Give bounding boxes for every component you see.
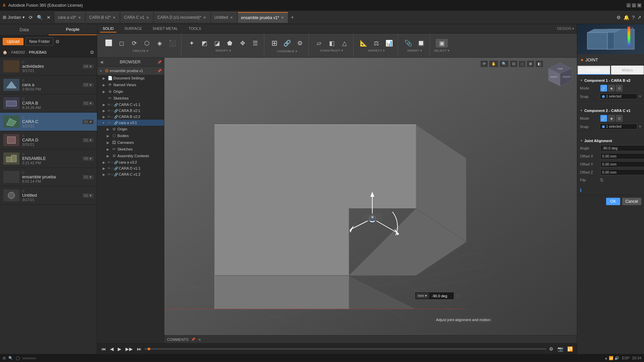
component1-snap-value[interactable]: 1 selected bbox=[600, 94, 637, 99]
minimize-button[interactable]: – bbox=[627, 3, 631, 7]
shell-button[interactable]: ⬟ bbox=[224, 39, 236, 48]
tab-surface[interactable]: SURFACE bbox=[122, 25, 145, 33]
fillet-button[interactable]: ◩ bbox=[198, 39, 210, 48]
file-version-ensamble-prueba[interactable]: V1 ▼ bbox=[83, 175, 94, 179]
browser-item-bodies[interactable]: ▶ ⬡ Bodies bbox=[97, 132, 164, 139]
anim-next-button[interactable]: ▶▶ bbox=[124, 346, 134, 352]
tab-close-cara-a-v3[interactable]: ✕ bbox=[77, 16, 82, 19]
tab-sheet-metal[interactable]: SHEET METAL bbox=[150, 25, 180, 33]
angle-input[interactable] bbox=[430, 293, 453, 299]
browser-item-cara-a-v3-1[interactable]: ▾ 👁 □ 🔗 cara a v3:1 bbox=[97, 120, 164, 126]
perspective-button[interactable]: ◧ bbox=[535, 60, 543, 67]
loft-button[interactable]: ◈ bbox=[154, 39, 166, 48]
browser-item-cara-d-v1-1[interactable]: ▶ 👁 □ 🔗 CARA D v1:1 bbox=[97, 165, 164, 171]
as-built-joint-button[interactable]: 🔗 bbox=[281, 39, 293, 48]
file-version-cara-c[interactable]: V1 ▼ bbox=[83, 120, 94, 124]
section-button[interactable]: 📊 bbox=[383, 39, 395, 48]
file-version-untitled[interactable]: V1 ▼ bbox=[83, 193, 94, 198]
display-mode-button[interactable]: □ bbox=[519, 61, 526, 67]
tab-data[interactable]: Data bbox=[0, 24, 49, 35]
tab-cara-d[interactable]: CARA D (v1-recovered)* ✕ bbox=[154, 12, 210, 23]
offset-plane-button[interactable]: ▱ bbox=[313, 39, 325, 48]
file-item-untitled[interactable]: □ Untitled 3/17/21 V1 ▼ bbox=[0, 186, 97, 205]
press-pull-button[interactable]: ✦ bbox=[185, 39, 198, 48]
browser-item-cara-b-v2-2[interactable]: ▶ 👁 □ 🔗 CARA B v2:2 bbox=[97, 114, 164, 120]
browser-item-cara-a-v3-2[interactable]: ▶ 👁 □ 🔗 cara a v3:2 bbox=[97, 159, 164, 165]
breadcrumb-pruebas[interactable]: PRUEBAS bbox=[29, 50, 47, 54]
tab-cara-b-v2[interactable]: CARA B v2* ✕ bbox=[86, 12, 120, 23]
joint-tab-motion[interactable]: Motion bbox=[611, 65, 644, 75]
file-item-cara-b[interactable]: □ CARA B 8:24:26 AM V2 ▼ bbox=[0, 94, 97, 113]
component1-snap-clear-button[interactable]: ✕ bbox=[639, 95, 641, 98]
joint-component2-header[interactable]: ▼ Component 2 - CARA C v1 bbox=[580, 107, 641, 114]
flip-icon[interactable]: ⇅ bbox=[600, 177, 604, 183]
breadcrumb-fabd02[interactable]: FABD02 bbox=[11, 50, 25, 54]
anim-prev-button[interactable]: ◀ bbox=[109, 346, 115, 352]
tab-tools[interactable]: TOOLS bbox=[186, 25, 204, 33]
joint-button[interactable]: ⊞ bbox=[268, 38, 280, 48]
tab-close-ensamble[interactable]: ✕ bbox=[280, 16, 284, 19]
close-button[interactable]: ✕ bbox=[637, 3, 641, 7]
tab-people[interactable]: People bbox=[49, 24, 97, 35]
file-item-ensamble[interactable]: □ ENSAMBLE 3:21:42 PM V5 ▼ bbox=[0, 149, 97, 168]
grid-button[interactable]: ⊞ bbox=[527, 60, 534, 67]
tab-untitled[interactable]: Untitled ✕ bbox=[211, 12, 237, 23]
tab-close-cara-d[interactable]: ✕ bbox=[203, 16, 207, 19]
tab-solid[interactable]: SOLID bbox=[100, 25, 116, 33]
unit-selector[interactable]: mm ▾ bbox=[416, 293, 429, 299]
file-item-cara-c[interactable]: □ CARA C 3/27/21 V1 ▼ bbox=[0, 113, 97, 131]
viewport-3d[interactable]: ⊕ mm ▾ ⋮ Adjust joint alignment a bbox=[164, 58, 577, 343]
browser-item-assembly-contexts[interactable]: ▶ ⚙ Assembly Contexts bbox=[97, 153, 164, 159]
assemble-motion-button[interactable]: ⚙ bbox=[294, 39, 306, 48]
file-item-cara-a[interactable]: □ cara a 2:56:02 PM V3 ▼ bbox=[0, 76, 97, 94]
browser-item-canvases[interactable]: ▶ 🖼 Canvases bbox=[97, 139, 164, 146]
sweep-button[interactable]: ⬡ bbox=[141, 39, 153, 48]
combine-button[interactable]: ☰ bbox=[249, 39, 261, 48]
browser-item-cara-c-v1-1[interactable]: ▶ 👁 □ 🔗 CARA C v1:1 bbox=[97, 102, 164, 108]
component2-snap-value[interactable]: 1 selected bbox=[600, 124, 637, 129]
browser-item-doc-settings[interactable]: ▶ 📄 Document Settings bbox=[97, 75, 164, 81]
interference-button[interactable]: ⚖ bbox=[370, 39, 382, 48]
nav-cube[interactable]: TOP FRONT RIGHT bbox=[547, 61, 574, 88]
add-tab-button[interactable]: + bbox=[289, 14, 296, 20]
search-icon[interactable]: 🔍 bbox=[37, 15, 43, 20]
sync-icon[interactable]: ⟳ bbox=[29, 15, 33, 20]
maximize-button[interactable]: □ bbox=[632, 3, 636, 7]
rib-button[interactable]: ⬛ bbox=[166, 39, 178, 48]
file-item-actividades[interactable]: □ actividades 3/17/21 V4 ▼ bbox=[0, 57, 97, 76]
anim-keyframe[interactable] bbox=[148, 348, 150, 350]
upload-button[interactable]: Upload bbox=[3, 38, 23, 45]
notifications-icon[interactable]: 🔔 bbox=[624, 15, 629, 20]
anim-loop-icon[interactable]: 🔁 bbox=[566, 346, 574, 352]
file-version-actividades[interactable]: V4 ▼ bbox=[83, 64, 94, 69]
browser-item-sketches[interactable]: ✏ Sketches bbox=[97, 95, 164, 102]
browser-item-origin[interactable]: ▶ ⊕ Origin bbox=[97, 88, 164, 95]
tab-close-cara-c-v1[interactable]: ✕ bbox=[146, 16, 150, 19]
tab-close-cara-b-v2[interactable]: ✕ bbox=[112, 16, 116, 19]
component2-mode-2-icon[interactable]: ◈ bbox=[608, 115, 615, 122]
measure-button[interactable]: 📐 bbox=[358, 39, 370, 48]
joint-component1-header[interactable]: ▼ Component 1 - CARA B v2 bbox=[580, 77, 641, 84]
zoom-button[interactable]: 🔍 bbox=[499, 60, 509, 67]
file-item-cara-d[interactable]: □ CARA D 3/31/21 V1 ▼ bbox=[0, 131, 97, 149]
scale-button[interactable]: ✥ bbox=[236, 39, 249, 48]
file-version-cara-d[interactable]: V1 ▼ bbox=[83, 138, 94, 142]
breadcrumb-settings-icon[interactable]: ⚙ bbox=[90, 50, 94, 55]
midplane-button[interactable]: ◧ bbox=[326, 39, 338, 48]
browser-item-origin-sub[interactable]: ▶ ⊕ Origin bbox=[97, 126, 164, 132]
anim-rewind-button[interactable]: ⏮ bbox=[100, 346, 107, 352]
revolve-button[interactable]: ⟳ bbox=[128, 39, 140, 48]
offset-y-input[interactable] bbox=[600, 161, 644, 167]
browser-item-cara-c-v1-2[interactable]: ▶ 👁 □ 🔗 CARA C v1:2 bbox=[97, 171, 164, 177]
tab-cara-c-v1[interactable]: CARA C v1 ✕ bbox=[120, 12, 153, 23]
orbit-button[interactable]: ⟳ bbox=[480, 60, 488, 67]
panel-settings-icon[interactable]: ⚙ bbox=[55, 39, 60, 44]
ok-button[interactable]: OK bbox=[606, 198, 620, 205]
joint-tab-position[interactable]: Position bbox=[577, 65, 611, 75]
file-item-ensamble-prueba[interactable]: □ ensamble prueba 8:01:14 PM V1 ▼ bbox=[0, 168, 97, 186]
component1-mode-3-icon[interactable]: ⊙ bbox=[616, 85, 623, 92]
angle-plane-button[interactable]: △ bbox=[338, 39, 351, 48]
browser-item-sketches-sub[interactable]: ▶ ✏ Sketches bbox=[97, 146, 164, 153]
joint-alignment-header[interactable]: ▼ Joint Alignment bbox=[580, 137, 641, 144]
component2-snap-clear-button[interactable]: ✕ bbox=[639, 125, 641, 128]
